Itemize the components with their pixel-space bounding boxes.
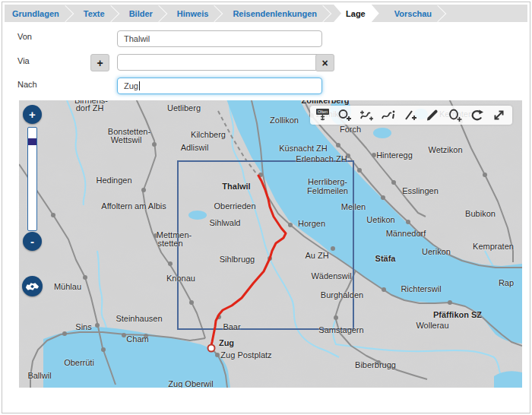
map-label: Ballwil: [27, 371, 51, 380]
place-label-tool-icon[interactable]: Olten: [313, 107, 333, 124]
zoom-slider[interactable]: [27, 127, 37, 231]
map-label: Baar: [223, 322, 240, 331]
breadcrumb: GrundlagenTexteBilderHinweisReisendenlen…: [5, 5, 527, 22]
map-toolbar: Olten: [310, 106, 512, 125]
map-label: Richterswil: [401, 284, 441, 293]
draw-edit-tool-icon[interactable]: [423, 107, 443, 124]
via-input[interactable]: [117, 54, 322, 71]
breadcrumb-step-texte[interactable]: Texte: [76, 5, 111, 22]
nach-input[interactable]: Zug: [117, 78, 322, 94]
text-cursor: [139, 81, 140, 90]
map-label: Feldmeilen: [307, 186, 348, 195]
map-label: Sihlwald: [210, 218, 241, 227]
svg-text:Olten: Olten: [318, 109, 328, 114]
map-label: Burghalden: [321, 290, 363, 299]
map-label: Wollerau: [416, 321, 448, 330]
map-label: Zug: [219, 338, 234, 347]
map-label: Horgen: [298, 219, 325, 228]
map-label: Wädenswil: [311, 271, 351, 280]
nach-value: Zug: [124, 81, 138, 90]
switzerland-home-button[interactable]: [22, 276, 43, 296]
von-label: Von: [17, 32, 32, 41]
map-label: Wetzikon: [428, 145, 462, 154]
switzerland-icon: [22, 281, 43, 292]
map-label: Thalwil: [222, 182, 250, 191]
map-label: Steinhausen: [116, 314, 162, 323]
zoom-out-button[interactable]: -: [23, 232, 42, 251]
map-label: Meilen: [341, 202, 366, 211]
map-label: Rap: [499, 278, 514, 287]
map-label: Pfäffikon SZ: [433, 310, 482, 319]
map-label: stetten: [157, 239, 182, 248]
via-remove-button[interactable]: ×: [315, 54, 334, 71]
map-label: Hedingen: [96, 176, 131, 185]
map-label: Zug Postplatz: [220, 350, 271, 360]
breadcrumb-step-bilder[interactable]: Bilder: [122, 5, 159, 22]
map-label: Uetikon: [366, 215, 394, 224]
map-label: Zollikon: [270, 116, 299, 125]
map-label: Samstagern: [318, 325, 363, 334]
map-label: Au ZH: [305, 251, 328, 260]
add-region-tool-icon[interactable]: [445, 107, 465, 124]
map-label: Knonau: [166, 274, 195, 283]
map-label: Bubikon: [465, 209, 496, 218]
map-label: Kilchberg: [191, 130, 226, 139]
map-label: Oberrüti: [64, 358, 94, 367]
via-add-button[interactable]: +: [90, 54, 109, 71]
add-line-tool-icon[interactable]: [401, 107, 421, 124]
route-info-tool-icon[interactable]: [379, 107, 399, 124]
map-labels: Birmens-dorf ZHUetlibergZollikerbergZumi…: [19, 100, 522, 388]
map-canvas[interactable]: Birmens-dorf ZHUetlibergZollikerbergZumi…: [19, 100, 522, 388]
nach-label: Nach: [17, 80, 37, 89]
breadcrumb-step-grundlagen[interactable]: Grundlagen: [5, 5, 65, 22]
add-point-tool-icon[interactable]: [335, 107, 355, 124]
map-label: Biberbrugg: [355, 360, 396, 369]
map-label: Uetliberg: [167, 103, 201, 112]
map-label: Herrliberg-: [308, 177, 347, 186]
zoom-slider-handle[interactable]: [28, 138, 36, 145]
add-route-tool-icon[interactable]: [357, 107, 377, 124]
map-label: Sins: [75, 322, 91, 331]
map-label: Adliswil: [181, 143, 209, 152]
map-label: dorf ZH: [76, 103, 104, 112]
map-label: Männedorf: [386, 229, 426, 238]
refresh-tool-icon[interactable]: [467, 107, 487, 124]
map-label: Oberrieden: [214, 201, 255, 211]
zoom-in-button[interactable]: +: [23, 105, 42, 124]
via-label: Via: [17, 56, 30, 65]
map-label: Wettswil: [111, 135, 142, 144]
map-label: Sihlbrugg: [220, 255, 255, 264]
map-label: Zollikerberg: [302, 100, 350, 105]
map-label: Esslingen: [402, 186, 439, 195]
map-label: Uerikon: [422, 247, 451, 256]
breadcrumb-step-reisendenlenkungen[interactable]: Reisendenlenkungen: [225, 5, 323, 22]
map-label: Affoltern am Albis: [101, 201, 166, 211]
map-label: Cham: [126, 334, 148, 344]
map-label: Mühlau: [54, 282, 81, 291]
von-input[interactable]: Thalwil: [117, 30, 322, 47]
map-label: Kempraten: [473, 242, 514, 251]
map-label: Erlenbach ZH: [296, 154, 347, 163]
map-label: Küsnacht ZH: [279, 144, 328, 153]
breadcrumb-step-hinweis[interactable]: Hinweis: [169, 5, 215, 22]
map-label: Zug Oberwil: [168, 379, 213, 388]
fullscreen-tool-icon[interactable]: [489, 107, 509, 124]
breadcrumb-step-lage[interactable]: Lage: [334, 5, 379, 22]
von-value: Thalwil: [124, 34, 150, 43]
map-label: Forch: [340, 125, 361, 134]
breadcrumb-step-vorschau[interactable]: Vorschau: [387, 5, 438, 22]
map-label: Stäfa: [375, 254, 396, 263]
map-label: Hinteregg: [376, 150, 413, 160]
